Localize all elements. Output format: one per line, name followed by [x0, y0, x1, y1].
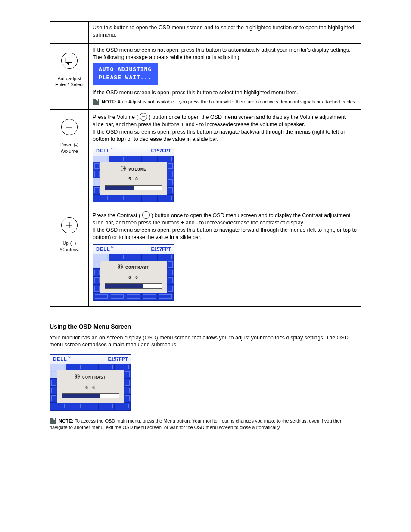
paragraph: If the OSD menu screen is open, press th… [93, 128, 357, 143]
paragraph: Press the Volume ( ) button once to open… [93, 113, 357, 128]
osd-right-tabs [167, 261, 174, 293]
osd-title-bar: DELL™ E157FPT [50, 355, 131, 364]
osd-top-tabs [50, 364, 131, 370]
note-label: NOTE: [102, 99, 116, 104]
osd-contrast-screenshot: DELL™ E157FPT CONTRAST 6 6 [93, 244, 174, 301]
minus-icon [140, 113, 147, 121]
osd-brand: DELL [96, 148, 110, 153]
osd-left-tabs [93, 162, 100, 195]
banner-line: AUTO ADJUSTING [99, 65, 152, 74]
contrast-icon [75, 374, 80, 379]
osd-left-tabs [93, 261, 100, 293]
section-heading: Using the OSD Menu Screen [50, 323, 361, 331]
osd-center: CONTRAST 6 6 [57, 370, 124, 403]
osd-top-tabs [93, 156, 174, 162]
osd-center: VOLUME 5 0 [100, 162, 167, 195]
osd-label: CONTRAST [82, 375, 106, 380]
note: NOTE: To access the OSD main menu, press… [50, 418, 361, 431]
osd-bottom-tabs [93, 293, 174, 300]
table-row: Use this button to open the OSD menu scr… [50, 21, 361, 44]
osd-label: VOLUME [128, 167, 146, 172]
note: NOTE: Auto Adjust is not available if yo… [93, 99, 357, 105]
button-cell: Auto adjust Enter / Select [50, 44, 89, 110]
paragraph: If the OSD menu screen is open, press th… [93, 227, 357, 241]
osd-contrast-screenshot: DELL™ E157FPT CONTRAST 6 6 [50, 354, 131, 411]
osd-bottom-tabs [93, 195, 174, 202]
table-row: Down (-) /Volume Press the Volume ( ) bu… [50, 110, 361, 208]
button-label: Auto adjust Enter / Select [54, 75, 85, 88]
row-text: Use this button to open the OSD menu scr… [93, 24, 357, 39]
desc-cell: Press the Contrast ( ) button once to op… [89, 208, 361, 306]
osd-right-tabs [124, 370, 131, 403]
osd-brand: DELL [96, 246, 110, 252]
osd-model: E157FPT [151, 148, 171, 154]
osd-slider [105, 283, 162, 289]
button-label: Up (+) /Contrast [54, 240, 85, 253]
osd-value: 6 6 [62, 385, 119, 391]
osd-label: CONTRAST [125, 265, 149, 270]
osd-value: 5 0 [105, 177, 162, 183]
osd-value: 6 6 [105, 275, 162, 281]
note-label: NOTE: [59, 418, 73, 423]
speaker-icon [121, 166, 126, 171]
paragraph: Your monitor has an on-screen display (O… [50, 334, 361, 349]
paragraph: If the OSD menu screen is not open, pres… [93, 47, 357, 61]
button-cell [50, 21, 89, 44]
osd-brand: DELL [53, 356, 67, 361]
auto-adjust-banner: AUTO ADJUSTING PLEASE WAIT... [93, 63, 158, 85]
paragraph: Press the Contrast ( ) button once to op… [93, 211, 357, 227]
osd-top-tabs [93, 254, 174, 261]
desc-cell: Use this button to open the OSD menu scr… [89, 21, 361, 44]
tm-icon: ™ [111, 148, 114, 151]
below-table-section: Using the OSD Menu Screen Your monitor h… [50, 323, 361, 431]
osd-bottom-tabs [50, 403, 131, 410]
osd-center: CONTRAST 6 6 [100, 261, 167, 293]
osd-slider-fill [62, 394, 100, 398]
osd-slider [105, 185, 162, 190]
table-row: Up (+) /Contrast Press the Contrast ( ) … [50, 208, 361, 306]
button-cell: Up (+) /Contrast [50, 208, 89, 306]
osd-right-tabs [167, 162, 174, 195]
osd-title-bar: DELL™ E157FPT [93, 245, 174, 254]
note-icon [50, 418, 56, 424]
osd-volume-screenshot: DELL™ E157FPT VOLUME 5 0 [93, 146, 174, 202]
osd-model: E157FPT [151, 246, 171, 252]
osd-slider [62, 393, 119, 398]
controls-table: Use this button to open the OSD menu scr… [50, 21, 361, 307]
minus-icon [142, 211, 150, 219]
note-text: Auto Adjust is not available if you pres… [118, 99, 357, 104]
note-icon [93, 99, 99, 105]
osd-title-bar: DELL™ E157FPT [93, 146, 174, 156]
osd-slider-fill [105, 186, 134, 190]
paragraph: If the OSD menu screen is open, press th… [93, 89, 357, 96]
tm-icon: ™ [111, 246, 114, 249]
banner-line: PLEASE WAIT... [99, 74, 152, 82]
tm-icon: ™ [68, 356, 71, 359]
plus-icon [61, 217, 78, 233]
desc-cell: If the OSD menu screen is not open, pres… [89, 44, 361, 110]
note-text: To access the OSD main menu, press the M… [50, 418, 342, 430]
osd-left-tabs [50, 370, 57, 403]
osd-model: E157FPT [108, 356, 128, 362]
contrast-icon [118, 264, 123, 269]
table-row: Auto adjust Enter / Select If the OSD me… [50, 44, 361, 110]
desc-cell: Press the Volume ( ) button once to open… [89, 110, 361, 208]
button-label: Down (-) /Volume [54, 142, 85, 155]
osd-slider-fill [105, 284, 143, 288]
enter-icon [61, 53, 78, 69]
button-cell: Down (-) /Volume [50, 110, 89, 208]
minus-icon [61, 119, 78, 135]
